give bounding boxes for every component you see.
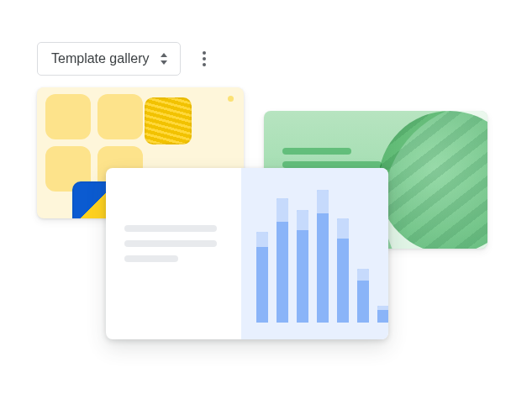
- chart-bar: [256, 232, 268, 323]
- template-card-chart[interactable]: [106, 168, 388, 339]
- tile-placeholder: [45, 94, 91, 139]
- bar-chart-area: [241, 168, 388, 339]
- leaf-photo-circle: [378, 111, 487, 249]
- text-placeholder-line: [282, 161, 382, 168]
- dot-icon: [203, 51, 206, 55]
- text-placeholder-line: [282, 148, 351, 155]
- chart-bar-upper-segment: [357, 269, 369, 281]
- chart-bar-upper-segment: [277, 198, 288, 222]
- chart-bar: [357, 269, 369, 323]
- chart-bar-upper-segment: [317, 190, 329, 213]
- chart-bar-upper-segment: [297, 210, 308, 230]
- chart-bar: [377, 306, 388, 323]
- expand-collapse-icon: [160, 53, 168, 65]
- dot-icon: [203, 63, 206, 66]
- text-placeholder-line: [124, 255, 178, 262]
- more-options-button[interactable]: [194, 49, 214, 69]
- chart-card-text-area: [106, 168, 241, 339]
- chart-bar-upper-segment: [337, 218, 349, 239]
- chart-bar-upper-segment: [377, 306, 388, 310]
- text-placeholder-line: [124, 225, 217, 232]
- dot-icon: [203, 57, 206, 60]
- photo-thumbnail: [145, 97, 192, 144]
- chart-bar: [277, 198, 288, 323]
- chart-bar: [317, 190, 329, 323]
- chart-bar: [337, 218, 349, 323]
- chart-bar: [297, 210, 308, 323]
- template-gallery-dropdown[interactable]: Template gallery: [37, 42, 181, 76]
- card-accent-dot: [228, 96, 234, 102]
- tile-placeholder: [97, 94, 143, 139]
- chart-bar-upper-segment: [256, 232, 268, 247]
- text-placeholder-line: [124, 240, 217, 247]
- header-row: Template gallery: [37, 42, 214, 76]
- template-gallery-stage: Template gallery: [0, 0, 511, 420]
- dropdown-label: Template gallery: [51, 51, 150, 66]
